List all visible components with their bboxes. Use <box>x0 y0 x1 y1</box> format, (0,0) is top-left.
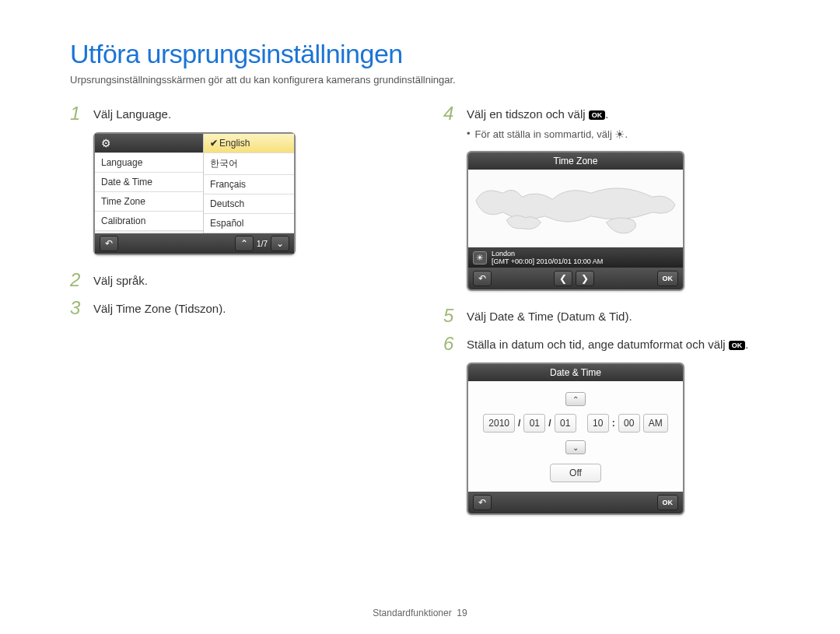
content-columns: 1 Välj Language. ⚙ Language Date & Time … <box>70 104 770 531</box>
left-column: 1 Välj Language. ⚙ Language Date & Time … <box>70 104 397 531</box>
step-3: 3 Välj Time Zone (Tidszon). <box>70 299 397 317</box>
device-datetime-screen: Date & Time ⌃ 2010 / 01 / 01 10 : 00 AM … <box>467 363 684 515</box>
year-cell[interactable]: 2010 <box>483 414 515 433</box>
device-footer: ↶ ❮ ❯ OK <box>468 268 683 289</box>
timezone-title: Time Zone <box>468 152 683 170</box>
list-item[interactable]: Deutsch <box>204 194 294 214</box>
step-4: 4 Välj en tidszon och välj OK. <box>443 104 770 123</box>
list-item-label: English <box>219 138 250 149</box>
off-button[interactable]: Off <box>550 464 601 482</box>
step-number: 5 <box>443 306 459 325</box>
separator: : <box>612 418 615 429</box>
page-footer: Standardfunktioner 19 <box>0 608 840 618</box>
page-down-button[interactable]: ⌄ <box>271 236 289 251</box>
list-item[interactable]: Español <box>204 214 294 233</box>
timezone-gmt: [GMT +00:00] 2010/01/01 10:00 AM <box>492 257 603 265</box>
step-text: Ställa in datum och tid, ange datumforma… <box>467 335 749 351</box>
footer-label: Standardfunktioner <box>373 608 451 618</box>
device-timezone-screen: Time Zone ☀ London [GMT +00:00] 2010/01/… <box>467 151 684 291</box>
back-button[interactable]: ↶ <box>473 271 492 286</box>
ok-icon: OK <box>589 110 606 120</box>
step-number: 1 <box>70 104 86 123</box>
list-item[interactable]: Français <box>204 175 294 194</box>
step-text: Välj Date & Time (Datum & Tid). <box>467 306 632 323</box>
step-2: 2 Välj språk. <box>70 271 397 289</box>
timezone-info: ☀ London [GMT +00:00] 2010/01/01 10:00 A… <box>468 247 683 268</box>
page-title: Utföra ursprungsinställningen <box>70 39 770 69</box>
page-indicator: 1/7 <box>257 240 268 248</box>
step-number: 3 <box>70 299 86 317</box>
list-item[interactable]: Time Zone <box>95 192 203 212</box>
step-5: 5 Välj Date & Time (Datum & Tid). <box>443 306 770 325</box>
hour-cell[interactable]: 10 <box>587 414 609 433</box>
step-text: Välj Language. <box>93 104 171 121</box>
step-text: Välj en tidszon och välj OK. <box>467 104 608 121</box>
device-language-screen: ⚙ Language Date & Time Time Zone Calibra… <box>93 132 296 255</box>
sun-icon: ☀ <box>614 128 625 142</box>
pager: ⌃ 1/7 ⌄ <box>235 236 289 251</box>
language-list: ✔English 한국어 Français Deutsch Español <box>204 134 294 233</box>
step-number: 4 <box>443 104 459 123</box>
minute-cell[interactable]: 00 <box>618 414 640 433</box>
datetime-title: Date & Time <box>468 364 683 381</box>
dst-button[interactable]: ☀ <box>473 251 487 264</box>
list-item[interactable]: Language <box>95 153 203 173</box>
timezone-city: London <box>492 250 603 257</box>
stepper-up-button[interactable]: ⌃ <box>565 392 586 406</box>
step-4-bullet: För att ställa in sommartid, välj ☀. <box>467 128 770 142</box>
datetime-row: 2010 / 01 / 01 10 : 00 AM <box>474 414 677 433</box>
map-icon <box>468 170 683 247</box>
settings-menu: ⚙ Language Date & Time Time Zone Calibra… <box>95 134 204 233</box>
footer-page-number: 19 <box>457 608 467 618</box>
list-item[interactable]: 한국어 <box>204 153 294 175</box>
list-item[interactable]: Calibration <box>95 212 203 231</box>
device-footer: ↶ OK <box>468 492 683 513</box>
separator: / <box>518 418 520 429</box>
list-item[interactable]: ✔English <box>204 134 294 153</box>
right-column: 4 Välj en tidszon och välj OK. För att s… <box>443 104 770 531</box>
ampm-cell[interactable]: AM <box>643 414 668 433</box>
check-icon: ✔ <box>210 138 218 149</box>
left-arrow-button[interactable]: ❮ <box>554 271 572 286</box>
step-text: Välj Time Zone (Tidszon). <box>93 299 226 315</box>
day-cell[interactable]: 01 <box>555 414 576 433</box>
right-arrow-button[interactable]: ❯ <box>576 271 594 286</box>
gear-icon: ⚙ <box>95 134 203 153</box>
page-subtitle: Urpsrungsinställningsskärmen gör att du … <box>70 74 770 86</box>
ok-button[interactable]: OK <box>657 271 679 286</box>
back-button[interactable]: ↶ <box>473 495 492 510</box>
step-6: 6 Ställa in datum och tid, ange datumfor… <box>443 335 770 353</box>
world-map[interactable] <box>468 170 683 247</box>
device-footer: ↶ ⌃ 1/7 ⌄ <box>95 233 294 254</box>
step-number: 2 <box>70 271 86 289</box>
list-item[interactable]: Date & Time <box>95 173 203 192</box>
stepper-down-button[interactable]: ⌄ <box>565 440 586 454</box>
back-button[interactable]: ↶ <box>100 236 118 251</box>
ok-button[interactable]: OK <box>657 495 679 510</box>
step-text: Välj språk. <box>93 271 148 287</box>
step-number: 6 <box>443 335 459 353</box>
separator: / <box>548 418 551 429</box>
ok-icon: OK <box>729 341 746 350</box>
step-1: 1 Välj Language. <box>70 104 397 123</box>
month-cell[interactable]: 01 <box>523 414 545 433</box>
page-up-button[interactable]: ⌃ <box>235 236 254 251</box>
